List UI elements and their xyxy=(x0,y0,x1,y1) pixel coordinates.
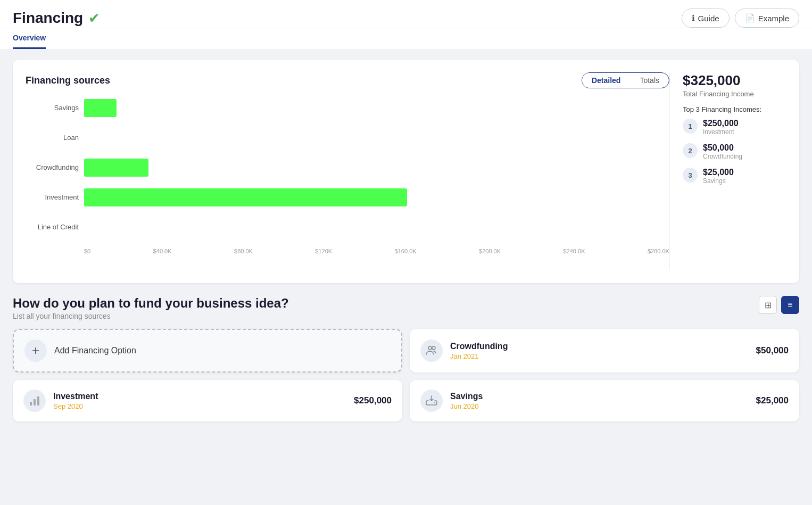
bar-row-crowdfunding: Crowdfunding xyxy=(84,159,669,177)
list-view-button[interactable]: ≡ xyxy=(781,296,799,314)
svg-point-5 xyxy=(434,402,435,403)
bar-chart: Savings Loan Crowdfunding Investment xyxy=(26,99,669,270)
x-label-120: $120K xyxy=(315,248,332,254)
check-icon: ✔ xyxy=(88,10,100,27)
svg-point-1 xyxy=(432,346,435,350)
bar-fill-savings xyxy=(84,99,117,117)
bar-label-loan: Loan xyxy=(26,129,79,147)
add-icon: + xyxy=(24,340,47,362)
svg-point-0 xyxy=(428,346,432,350)
investment-card[interactable]: Investment Sep 2020 $250,000 xyxy=(13,380,402,421)
section-subtitle: List all your financing sources xyxy=(13,312,289,320)
bar-label-crowdfunding: Crowdfunding xyxy=(26,159,79,177)
section-header: How do you plan to fund your business id… xyxy=(13,296,799,320)
savings-card[interactable]: Savings Jun 2020 $25,000 xyxy=(410,380,799,421)
tab-overview[interactable]: Overview xyxy=(13,28,46,49)
rank-badge-2: 2 xyxy=(683,143,698,158)
grid-icon: ⊞ xyxy=(765,300,772,310)
svg-rect-2 xyxy=(30,402,32,405)
rank-item-1: 1 $250,000 Investment xyxy=(683,119,786,136)
chart-area: Financing sources Detailed Totals Saving… xyxy=(26,72,669,270)
toggle-detailed[interactable]: Detailed xyxy=(582,73,630,88)
bar-label-loc: Line of Credit xyxy=(26,218,79,236)
bar-label-investment: Investment xyxy=(26,188,79,206)
add-label: Add Financing Option xyxy=(54,346,136,355)
add-financing-card[interactable]: + Add Financing Option xyxy=(13,329,402,372)
grid-view-button[interactable]: ⊞ xyxy=(759,296,777,314)
chart-title: Financing sources xyxy=(26,75,110,86)
document-icon: 📄 xyxy=(745,13,755,23)
rank-info-1: $250,000 Investment xyxy=(703,119,739,136)
title-area: Financing ✔ xyxy=(13,10,100,27)
bar-row-loan: Loan xyxy=(84,129,669,147)
summary-panel: $325,000 Total Financing Income Top 3 Fi… xyxy=(669,72,786,270)
investment-date: Sep 2020 xyxy=(53,402,346,410)
savings-icon xyxy=(420,390,443,412)
x-axis: $0 $40.0K $80.0K $120K $160.0K $200.0K $… xyxy=(84,248,669,254)
rank-badge-3: 3 xyxy=(683,168,698,183)
rank-name-1: Investment xyxy=(703,128,739,136)
crowdfunding-amount: $50,000 xyxy=(756,345,789,356)
crowdfunding-name: Crowdfunding xyxy=(450,342,749,351)
page-title: Financing xyxy=(13,10,83,27)
rank-amount-3: $25,000 xyxy=(703,168,734,177)
savings-amount: $25,000 xyxy=(756,395,789,406)
bar-row-savings: Savings xyxy=(84,99,669,117)
rank-item-3: 3 $25,000 Savings xyxy=(683,168,786,185)
savings-name: Savings xyxy=(450,392,749,401)
rank-info-2: $50,000 Crowdfunding xyxy=(703,143,742,160)
top-rankings-label: Top 3 Financing Incomes: xyxy=(683,105,786,113)
section-title: How do you plan to fund your business id… xyxy=(13,296,289,311)
section-title-group: How do you plan to fund your business id… xyxy=(13,296,289,320)
bar-fill-crowdfunding xyxy=(84,159,148,177)
investment-amount: $250,000 xyxy=(354,395,392,406)
bar-row-investment: Investment xyxy=(84,188,669,206)
view-controls: ⊞ ≡ xyxy=(759,296,799,314)
bar-row-loc: Line of Credit xyxy=(84,218,669,236)
total-label: Total Financing Income xyxy=(683,90,786,98)
rank-badge-1: 1 xyxy=(683,119,698,134)
page-header: Financing ✔ ℹ Guide 📄 Example xyxy=(0,0,812,28)
x-label-0: $0 xyxy=(84,248,90,254)
chart-card: Financing sources Detailed Totals Saving… xyxy=(13,60,799,283)
list-icon: ≡ xyxy=(788,300,792,310)
toggle-totals[interactable]: Totals xyxy=(630,73,669,88)
toggle-group: Detailed Totals xyxy=(582,72,669,88)
rank-name-3: Savings xyxy=(703,177,734,185)
crowdfunding-card[interactable]: Crowdfunding Jan 2021 $50,000 xyxy=(410,329,799,372)
tab-bar: Overview xyxy=(0,28,812,49)
cards-grid: + Add Financing Option Crowdfunding Jan … xyxy=(13,329,799,421)
svg-rect-4 xyxy=(37,396,39,405)
x-label-40: $40.0K xyxy=(153,248,172,254)
total-amount: $325,000 xyxy=(683,72,786,89)
savings-info: Savings Jun 2020 xyxy=(450,392,749,410)
guide-button[interactable]: ℹ Guide xyxy=(682,9,730,28)
rank-amount-2: $50,000 xyxy=(703,143,742,153)
rank-item-2: 2 $50,000 Crowdfunding xyxy=(683,143,786,160)
savings-date: Jun 2020 xyxy=(450,402,749,410)
header-actions: ℹ Guide 📄 Example xyxy=(682,9,799,28)
svg-rect-3 xyxy=(34,399,36,405)
crowdfunding-icon xyxy=(420,340,443,362)
investment-info: Investment Sep 2020 xyxy=(53,392,346,410)
crowdfunding-date: Jan 2021 xyxy=(450,352,749,360)
rank-info-3: $25,000 Savings xyxy=(703,168,734,185)
rank-name-2: Crowdfunding xyxy=(703,153,742,160)
chart-header: Financing sources Detailed Totals xyxy=(26,72,669,88)
rank-amount-1: $250,000 xyxy=(703,119,739,128)
bar-fill-investment xyxy=(84,188,407,206)
x-label-200: $200.0K xyxy=(479,248,501,254)
investment-icon xyxy=(23,390,46,412)
x-label-280: $280.0K xyxy=(648,248,669,254)
main-content: Financing sources Detailed Totals Saving… xyxy=(0,49,812,432)
crowdfunding-info: Crowdfunding Jan 2021 xyxy=(450,342,749,360)
bar-label-savings: Savings xyxy=(26,99,79,117)
investment-name: Investment xyxy=(53,392,346,401)
x-label-240: $240.0K xyxy=(564,248,585,254)
x-label-160: $160.0K xyxy=(395,248,417,254)
x-label-80: $80.0K xyxy=(234,248,253,254)
info-icon: ℹ xyxy=(692,13,695,23)
example-button[interactable]: 📄 Example xyxy=(735,9,799,28)
